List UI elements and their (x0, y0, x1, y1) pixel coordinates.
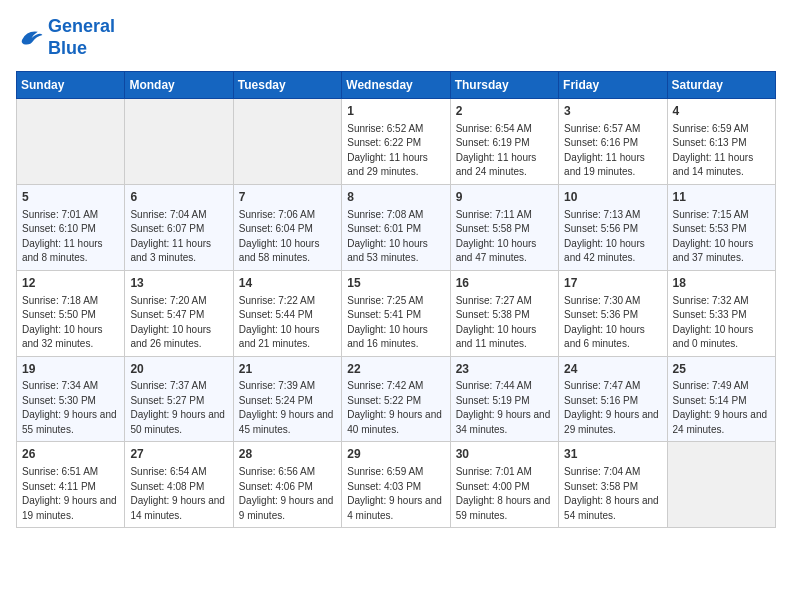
calendar-cell (667, 442, 775, 528)
day-number: 24 (564, 361, 661, 378)
calendar-cell: 2Sunrise: 6:54 AMSunset: 6:19 PMDaylight… (450, 99, 558, 185)
weekday-header-wednesday: Wednesday (342, 72, 450, 99)
calendar-cell: 13Sunrise: 7:20 AMSunset: 5:47 PMDayligh… (125, 270, 233, 356)
calendar-cell: 23Sunrise: 7:44 AMSunset: 5:19 PMDayligh… (450, 356, 558, 442)
calendar-cell: 26Sunrise: 6:51 AMSunset: 4:11 PMDayligh… (17, 442, 125, 528)
day-number: 7 (239, 189, 336, 206)
day-number: 3 (564, 103, 661, 120)
calendar-week-4: 19Sunrise: 7:34 AMSunset: 5:30 PMDayligh… (17, 356, 776, 442)
day-info: Sunrise: 7:30 AMSunset: 5:36 PMDaylight:… (564, 294, 661, 352)
calendar-cell: 30Sunrise: 7:01 AMSunset: 4:00 PMDayligh… (450, 442, 558, 528)
day-info: Sunrise: 7:47 AMSunset: 5:16 PMDaylight:… (564, 379, 661, 437)
day-number: 18 (673, 275, 770, 292)
day-info: Sunrise: 7:34 AMSunset: 5:30 PMDaylight:… (22, 379, 119, 437)
calendar-cell: 28Sunrise: 6:56 AMSunset: 4:06 PMDayligh… (233, 442, 341, 528)
day-info: Sunrise: 7:22 AMSunset: 5:44 PMDaylight:… (239, 294, 336, 352)
calendar-cell (233, 99, 341, 185)
day-number: 6 (130, 189, 227, 206)
calendar-cell (17, 99, 125, 185)
calendar-cell: 29Sunrise: 6:59 AMSunset: 4:03 PMDayligh… (342, 442, 450, 528)
day-info: Sunrise: 7:32 AMSunset: 5:33 PMDaylight:… (673, 294, 770, 352)
day-number: 11 (673, 189, 770, 206)
calendar-cell: 12Sunrise: 7:18 AMSunset: 5:50 PMDayligh… (17, 270, 125, 356)
weekday-header-thursday: Thursday (450, 72, 558, 99)
day-number: 8 (347, 189, 444, 206)
calendar-cell: 18Sunrise: 7:32 AMSunset: 5:33 PMDayligh… (667, 270, 775, 356)
day-number: 10 (564, 189, 661, 206)
day-number: 19 (22, 361, 119, 378)
page-header: General Blue (16, 16, 776, 59)
calendar-cell: 8Sunrise: 7:08 AMSunset: 6:01 PMDaylight… (342, 184, 450, 270)
calendar-cell: 27Sunrise: 6:54 AMSunset: 4:08 PMDayligh… (125, 442, 233, 528)
day-info: Sunrise: 6:56 AMSunset: 4:06 PMDaylight:… (239, 465, 336, 523)
weekday-header-friday: Friday (559, 72, 667, 99)
calendar-cell: 3Sunrise: 6:57 AMSunset: 6:16 PMDaylight… (559, 99, 667, 185)
calendar-cell: 19Sunrise: 7:34 AMSunset: 5:30 PMDayligh… (17, 356, 125, 442)
calendar-cell: 1Sunrise: 6:52 AMSunset: 6:22 PMDaylight… (342, 99, 450, 185)
day-info: Sunrise: 7:27 AMSunset: 5:38 PMDaylight:… (456, 294, 553, 352)
day-number: 26 (22, 446, 119, 463)
calendar-week-2: 5Sunrise: 7:01 AMSunset: 6:10 PMDaylight… (17, 184, 776, 270)
day-info: Sunrise: 7:13 AMSunset: 5:56 PMDaylight:… (564, 208, 661, 266)
calendar-cell: 7Sunrise: 7:06 AMSunset: 6:04 PMDaylight… (233, 184, 341, 270)
day-info: Sunrise: 7:42 AMSunset: 5:22 PMDaylight:… (347, 379, 444, 437)
calendar-cell: 11Sunrise: 7:15 AMSunset: 5:53 PMDayligh… (667, 184, 775, 270)
day-number: 22 (347, 361, 444, 378)
calendar-week-5: 26Sunrise: 6:51 AMSunset: 4:11 PMDayligh… (17, 442, 776, 528)
calendar-cell: 6Sunrise: 7:04 AMSunset: 6:07 PMDaylight… (125, 184, 233, 270)
calendar-cell: 9Sunrise: 7:11 AMSunset: 5:58 PMDaylight… (450, 184, 558, 270)
day-info: Sunrise: 7:49 AMSunset: 5:14 PMDaylight:… (673, 379, 770, 437)
day-info: Sunrise: 7:01 AMSunset: 4:00 PMDaylight:… (456, 465, 553, 523)
logo: General Blue (16, 16, 115, 59)
calendar-cell: 10Sunrise: 7:13 AMSunset: 5:56 PMDayligh… (559, 184, 667, 270)
day-info: Sunrise: 7:18 AMSunset: 5:50 PMDaylight:… (22, 294, 119, 352)
calendar-cell: 22Sunrise: 7:42 AMSunset: 5:22 PMDayligh… (342, 356, 450, 442)
day-info: Sunrise: 7:11 AMSunset: 5:58 PMDaylight:… (456, 208, 553, 266)
day-info: Sunrise: 7:37 AMSunset: 5:27 PMDaylight:… (130, 379, 227, 437)
day-number: 2 (456, 103, 553, 120)
day-info: Sunrise: 7:15 AMSunset: 5:53 PMDaylight:… (673, 208, 770, 266)
calendar-cell: 17Sunrise: 7:30 AMSunset: 5:36 PMDayligh… (559, 270, 667, 356)
day-number: 21 (239, 361, 336, 378)
calendar-cell: 21Sunrise: 7:39 AMSunset: 5:24 PMDayligh… (233, 356, 341, 442)
day-info: Sunrise: 6:52 AMSunset: 6:22 PMDaylight:… (347, 122, 444, 180)
day-number: 13 (130, 275, 227, 292)
calendar-table: SundayMondayTuesdayWednesdayThursdayFrid… (16, 71, 776, 528)
day-number: 5 (22, 189, 119, 206)
weekday-header-sunday: Sunday (17, 72, 125, 99)
day-number: 23 (456, 361, 553, 378)
day-number: 1 (347, 103, 444, 120)
calendar-cell: 24Sunrise: 7:47 AMSunset: 5:16 PMDayligh… (559, 356, 667, 442)
day-info: Sunrise: 6:51 AMSunset: 4:11 PMDaylight:… (22, 465, 119, 523)
weekday-header-saturday: Saturday (667, 72, 775, 99)
day-number: 14 (239, 275, 336, 292)
day-info: Sunrise: 7:44 AMSunset: 5:19 PMDaylight:… (456, 379, 553, 437)
logo-bird-icon (16, 24, 44, 52)
day-info: Sunrise: 6:54 AMSunset: 6:19 PMDaylight:… (456, 122, 553, 180)
calendar-cell: 20Sunrise: 7:37 AMSunset: 5:27 PMDayligh… (125, 356, 233, 442)
calendar-cell (125, 99, 233, 185)
day-number: 9 (456, 189, 553, 206)
day-number: 4 (673, 103, 770, 120)
day-info: Sunrise: 7:39 AMSunset: 5:24 PMDaylight:… (239, 379, 336, 437)
day-number: 20 (130, 361, 227, 378)
day-info: Sunrise: 7:20 AMSunset: 5:47 PMDaylight:… (130, 294, 227, 352)
day-info: Sunrise: 7:04 AMSunset: 6:07 PMDaylight:… (130, 208, 227, 266)
day-info: Sunrise: 7:06 AMSunset: 6:04 PMDaylight:… (239, 208, 336, 266)
calendar-cell: 5Sunrise: 7:01 AMSunset: 6:10 PMDaylight… (17, 184, 125, 270)
day-info: Sunrise: 6:59 AMSunset: 6:13 PMDaylight:… (673, 122, 770, 180)
weekday-header-tuesday: Tuesday (233, 72, 341, 99)
day-number: 16 (456, 275, 553, 292)
calendar-cell: 16Sunrise: 7:27 AMSunset: 5:38 PMDayligh… (450, 270, 558, 356)
day-number: 15 (347, 275, 444, 292)
day-number: 12 (22, 275, 119, 292)
day-number: 25 (673, 361, 770, 378)
calendar-cell: 4Sunrise: 6:59 AMSunset: 6:13 PMDaylight… (667, 99, 775, 185)
day-number: 31 (564, 446, 661, 463)
day-info: Sunrise: 6:57 AMSunset: 6:16 PMDaylight:… (564, 122, 661, 180)
day-info: Sunrise: 6:54 AMSunset: 4:08 PMDaylight:… (130, 465, 227, 523)
calendar-cell: 25Sunrise: 7:49 AMSunset: 5:14 PMDayligh… (667, 356, 775, 442)
day-info: Sunrise: 7:08 AMSunset: 6:01 PMDaylight:… (347, 208, 444, 266)
day-number: 30 (456, 446, 553, 463)
day-info: Sunrise: 7:01 AMSunset: 6:10 PMDaylight:… (22, 208, 119, 266)
